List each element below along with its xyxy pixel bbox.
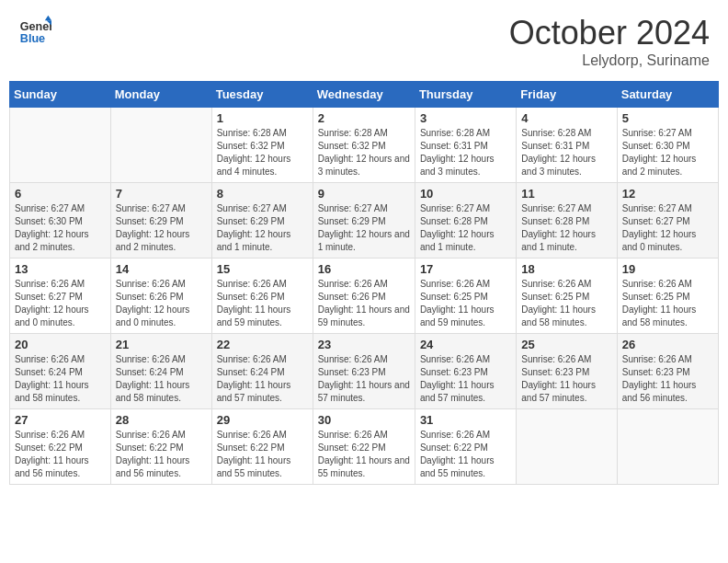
calendar-cell: 27Sunrise: 6:26 AMSunset: 6:22 PMDayligh… xyxy=(10,409,111,485)
weekday-header-monday: Monday xyxy=(110,82,211,108)
weekday-header-wednesday: Wednesday xyxy=(313,82,415,108)
day-number: 9 xyxy=(318,187,410,201)
day-info: Sunrise: 6:26 AMSunset: 6:27 PMDaylight:… xyxy=(15,278,106,329)
weekday-header-thursday: Thursday xyxy=(415,82,516,108)
calendar-cell xyxy=(10,108,111,183)
svg-text:Blue: Blue xyxy=(20,32,45,45)
location-title: Lelydorp, Suriname xyxy=(509,52,710,69)
day-number: 17 xyxy=(420,262,511,276)
day-number: 22 xyxy=(217,338,308,351)
day-info: Sunrise: 6:26 AMSunset: 6:23 PMDaylight:… xyxy=(622,353,713,405)
calendar-cell: 4Sunrise: 6:28 AMSunset: 6:31 PMDaylight… xyxy=(517,108,617,183)
day-number: 18 xyxy=(521,262,611,276)
calendar-cell: 7Sunrise: 6:27 AMSunset: 6:29 PMDaylight… xyxy=(110,183,211,259)
day-number: 1 xyxy=(217,111,308,125)
day-info: Sunrise: 6:26 AMSunset: 6:22 PMDaylight:… xyxy=(217,429,308,480)
calendar-cell xyxy=(110,108,211,183)
day-info: Sunrise: 6:26 AMSunset: 6:24 PMDaylight:… xyxy=(15,353,106,405)
week-row-4: 20Sunrise: 6:26 AMSunset: 6:24 PMDayligh… xyxy=(10,334,719,409)
day-number: 21 xyxy=(116,338,207,351)
calendar-table: SundayMondayTuesdayWednesdayThursdayFrid… xyxy=(9,81,719,485)
day-number: 11 xyxy=(521,187,611,201)
calendar-cell: 14Sunrise: 6:26 AMSunset: 6:26 PMDayligh… xyxy=(110,259,211,334)
calendar-cell: 19Sunrise: 6:26 AMSunset: 6:25 PMDayligh… xyxy=(617,259,718,334)
day-info: Sunrise: 6:26 AMSunset: 6:26 PMDaylight:… xyxy=(318,278,410,329)
day-info: Sunrise: 6:26 AMSunset: 6:25 PMDaylight:… xyxy=(521,278,611,329)
calendar-cell: 24Sunrise: 6:26 AMSunset: 6:23 PMDayligh… xyxy=(415,334,516,409)
calendar-cell: 12Sunrise: 6:27 AMSunset: 6:27 PMDayligh… xyxy=(617,183,718,259)
day-number: 15 xyxy=(217,262,308,276)
weekday-header-row: SundayMondayTuesdayWednesdayThursdayFrid… xyxy=(10,82,719,108)
day-number: 5 xyxy=(622,111,713,125)
calendar-cell: 15Sunrise: 6:26 AMSunset: 6:26 PMDayligh… xyxy=(211,259,313,334)
calendar-cell: 26Sunrise: 6:26 AMSunset: 6:23 PMDayligh… xyxy=(617,334,718,409)
day-info: Sunrise: 6:26 AMSunset: 6:25 PMDaylight:… xyxy=(420,278,511,329)
calendar-cell: 8Sunrise: 6:27 AMSunset: 6:29 PMDaylight… xyxy=(211,183,313,259)
calendar-cell: 21Sunrise: 6:26 AMSunset: 6:24 PMDayligh… xyxy=(110,334,211,409)
day-info: Sunrise: 6:27 AMSunset: 6:28 PMDaylight:… xyxy=(521,202,611,254)
day-number: 12 xyxy=(622,187,713,201)
day-info: Sunrise: 6:26 AMSunset: 6:22 PMDaylight:… xyxy=(116,429,207,480)
day-info: Sunrise: 6:26 AMSunset: 6:22 PMDaylight:… xyxy=(318,429,410,480)
day-number: 25 xyxy=(521,338,611,351)
day-number: 16 xyxy=(318,262,410,276)
calendar-cell: 11Sunrise: 6:27 AMSunset: 6:28 PMDayligh… xyxy=(517,183,617,259)
svg-marker-2 xyxy=(45,16,51,20)
day-info: Sunrise: 6:27 AMSunset: 6:30 PMDaylight:… xyxy=(622,127,713,178)
calendar-cell: 5Sunrise: 6:27 AMSunset: 6:30 PMDaylight… xyxy=(617,108,718,183)
month-title: October 2024 xyxy=(509,14,710,52)
calendar-cell xyxy=(517,409,617,485)
day-info: Sunrise: 6:26 AMSunset: 6:22 PMDaylight:… xyxy=(15,429,106,480)
week-row-2: 6Sunrise: 6:27 AMSunset: 6:30 PMDaylight… xyxy=(10,183,719,259)
calendar-cell: 30Sunrise: 6:26 AMSunset: 6:22 PMDayligh… xyxy=(313,409,415,485)
day-info: Sunrise: 6:28 AMSunset: 6:32 PMDaylight:… xyxy=(318,127,410,178)
day-number: 4 xyxy=(521,111,611,125)
calendar-cell: 9Sunrise: 6:27 AMSunset: 6:29 PMDaylight… xyxy=(313,183,415,259)
calendar-cell: 17Sunrise: 6:26 AMSunset: 6:25 PMDayligh… xyxy=(415,259,516,334)
day-info: Sunrise: 6:27 AMSunset: 6:30 PMDaylight:… xyxy=(15,202,106,254)
day-number: 19 xyxy=(622,262,713,276)
weekday-header-friday: Friday xyxy=(517,82,617,108)
week-row-3: 13Sunrise: 6:26 AMSunset: 6:27 PMDayligh… xyxy=(10,259,719,334)
day-number: 6 xyxy=(15,187,106,201)
day-number: 8 xyxy=(217,187,308,201)
day-info: Sunrise: 6:27 AMSunset: 6:29 PMDaylight:… xyxy=(116,202,207,254)
day-number: 14 xyxy=(116,262,207,276)
day-number: 13 xyxy=(15,262,106,276)
day-info: Sunrise: 6:26 AMSunset: 6:23 PMDaylight:… xyxy=(318,353,410,405)
calendar-cell: 13Sunrise: 6:26 AMSunset: 6:27 PMDayligh… xyxy=(10,259,111,334)
calendar-cell: 6Sunrise: 6:27 AMSunset: 6:30 PMDaylight… xyxy=(10,183,111,259)
day-number: 27 xyxy=(15,413,106,427)
day-info: Sunrise: 6:26 AMSunset: 6:26 PMDaylight:… xyxy=(217,278,308,329)
day-number: 26 xyxy=(622,338,713,351)
day-info: Sunrise: 6:28 AMSunset: 6:31 PMDaylight:… xyxy=(521,127,611,178)
day-number: 23 xyxy=(318,338,410,351)
week-row-1: 1Sunrise: 6:28 AMSunset: 6:32 PMDaylight… xyxy=(10,108,719,183)
day-info: Sunrise: 6:28 AMSunset: 6:31 PMDaylight:… xyxy=(420,127,511,178)
calendar-cell: 2Sunrise: 6:28 AMSunset: 6:32 PMDaylight… xyxy=(313,108,415,183)
calendar-cell: 25Sunrise: 6:26 AMSunset: 6:23 PMDayligh… xyxy=(517,334,617,409)
calendar-cell: 22Sunrise: 6:26 AMSunset: 6:24 PMDayligh… xyxy=(211,334,313,409)
day-info: Sunrise: 6:26 AMSunset: 6:24 PMDaylight:… xyxy=(217,353,308,405)
day-number: 10 xyxy=(420,187,511,201)
day-number: 20 xyxy=(15,338,106,351)
calendar-cell xyxy=(617,409,718,485)
day-info: Sunrise: 6:26 AMSunset: 6:24 PMDaylight:… xyxy=(116,353,207,405)
calendar-cell: 16Sunrise: 6:26 AMSunset: 6:26 PMDayligh… xyxy=(313,259,415,334)
day-info: Sunrise: 6:26 AMSunset: 6:23 PMDaylight:… xyxy=(420,353,511,405)
day-info: Sunrise: 6:28 AMSunset: 6:32 PMDaylight:… xyxy=(217,127,308,178)
calendar-cell: 20Sunrise: 6:26 AMSunset: 6:24 PMDayligh… xyxy=(10,334,111,409)
day-number: 7 xyxy=(116,187,207,201)
calendar-cell: 10Sunrise: 6:27 AMSunset: 6:28 PMDayligh… xyxy=(415,183,516,259)
day-info: Sunrise: 6:26 AMSunset: 6:26 PMDaylight:… xyxy=(116,278,207,329)
page-header: General Blue October 2024 Lelydorp, Suri… xyxy=(9,9,719,74)
calendar-cell: 1Sunrise: 6:28 AMSunset: 6:32 PMDaylight… xyxy=(211,108,313,183)
day-number: 31 xyxy=(420,413,511,427)
title-block: October 2024 Lelydorp, Suriname xyxy=(509,14,710,69)
day-number: 2 xyxy=(318,111,410,125)
weekday-header-saturday: Saturday xyxy=(617,82,718,108)
day-number: 3 xyxy=(420,111,511,125)
day-info: Sunrise: 6:27 AMSunset: 6:29 PMDaylight:… xyxy=(318,202,410,254)
day-info: Sunrise: 6:27 AMSunset: 6:28 PMDaylight:… xyxy=(420,202,511,254)
day-info: Sunrise: 6:27 AMSunset: 6:27 PMDaylight:… xyxy=(622,202,713,254)
